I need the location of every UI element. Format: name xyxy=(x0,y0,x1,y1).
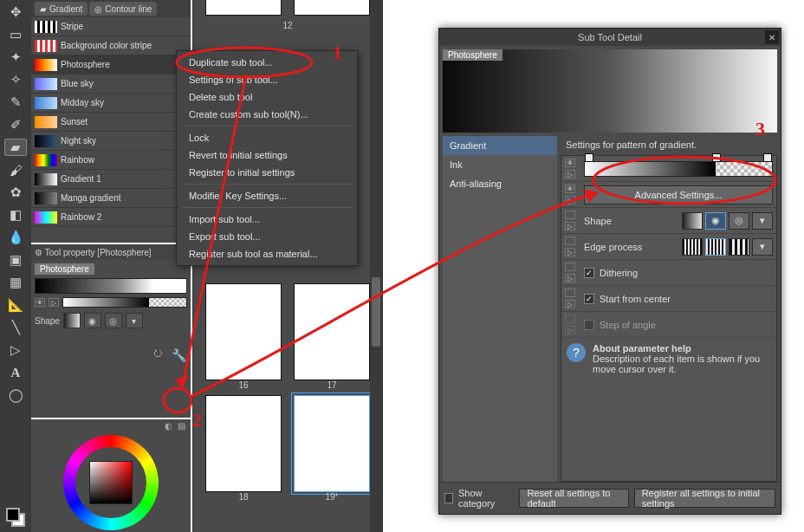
page-thumb[interactable] xyxy=(294,283,370,380)
list-item[interactable]: Photosphere xyxy=(31,55,191,75)
list-item[interactable]: Gradient 1 xyxy=(31,170,191,189)
list-item[interactable]: Stripe xyxy=(31,17,191,36)
frame-tool-icon[interactable]: ▦ xyxy=(4,274,27,291)
tab-contour[interactable]: ◎Contour line xyxy=(89,2,157,16)
expand-toggle-icon[interactable]: ▷ xyxy=(565,170,575,178)
menu-revert[interactable]: Revert to initial settings xyxy=(177,146,357,164)
airbrush-tool-icon[interactable]: ✿ xyxy=(4,184,27,201)
list-item[interactable]: Night sky xyxy=(31,132,191,151)
menu-import-subtool[interactable]: Import sub tool... xyxy=(177,211,357,228)
shape-circle-button[interactable]: ◉ xyxy=(705,212,726,230)
lasso-tool-icon[interactable]: ✦ xyxy=(4,49,27,66)
menu-duplicate-subtool[interactable]: Duplicate sub tool... xyxy=(177,54,357,71)
wheel-mode-icon[interactable]: ◐ xyxy=(165,421,172,431)
list-item[interactable]: Blue sky xyxy=(31,75,191,94)
register-initial-button[interactable]: Register all settings to initial setting… xyxy=(634,489,775,508)
text-tool-icon[interactable]: A xyxy=(4,364,27,381)
shape-circle-icon[interactable]: ◉ xyxy=(84,313,101,328)
category-gradient[interactable]: Gradient xyxy=(443,136,557,155)
category-antialiasing[interactable]: Anti-aliasing xyxy=(443,174,557,193)
page-thumb[interactable] xyxy=(205,0,282,16)
advanced-settings-button[interactable]: Advanced Settings... xyxy=(584,185,773,204)
line-tool-icon[interactable]: ╲ xyxy=(4,319,27,336)
edge-opt1-button[interactable] xyxy=(682,238,703,256)
gradient-node[interactable] xyxy=(763,153,772,162)
gradient-slider[interactable] xyxy=(62,297,187,308)
dithering-checkbox[interactable]: ✓ xyxy=(584,268,594,278)
page-thumb[interactable] xyxy=(294,395,370,492)
list-item[interactable]: Rainbow xyxy=(31,151,191,170)
page-thumb[interactable] xyxy=(205,395,282,492)
pen-tool-icon[interactable]: ✎ xyxy=(4,94,27,111)
balloon-tool-icon[interactable]: ◯ xyxy=(4,386,27,404)
menu-modifier-key[interactable]: Modifier Key Settings... xyxy=(177,187,357,204)
start-center-checkbox[interactable]: ✓ xyxy=(584,294,594,304)
marquee-tool-icon[interactable]: ▭ xyxy=(4,26,27,43)
reset-icon[interactable]: ⭮ xyxy=(153,347,163,363)
list-item[interactable]: Midday sky xyxy=(31,94,191,113)
scrollbar-thumb[interactable] xyxy=(372,277,380,347)
visibility-toggle-icon[interactable] xyxy=(565,263,575,271)
move-tool-icon[interactable]: ✥ xyxy=(4,3,27,21)
wheel-swatch-icon[interactable]: ▤ xyxy=(178,421,185,431)
foreground-swatch[interactable] xyxy=(6,508,20,522)
shape-dropdown-button[interactable]: ▾ xyxy=(752,212,773,230)
shape-dropdown-icon[interactable]: ▾ xyxy=(126,313,143,328)
eyedropper-tool-icon[interactable]: ✐ xyxy=(4,116,27,133)
category-ink[interactable]: Ink xyxy=(443,155,557,174)
menu-lock[interactable]: Lock xyxy=(177,129,357,146)
expand-toggle-icon[interactable]: ▷ xyxy=(49,298,59,307)
gradient-node[interactable] xyxy=(712,153,721,162)
show-category-checkbox[interactable] xyxy=(444,493,453,503)
visibility-toggle-icon[interactable] xyxy=(565,237,575,245)
scrollbar[interactable] xyxy=(370,0,382,532)
ruler-tool-icon[interactable]: 📐 xyxy=(4,296,27,314)
edge-opt2-button[interactable] xyxy=(705,238,726,256)
color-wheel[interactable] xyxy=(63,435,159,530)
expand-toggle-icon[interactable]: ▷ xyxy=(565,300,575,308)
expand-toggle-icon[interactable]: ▷ xyxy=(565,274,575,282)
visibility-toggle-icon[interactable] xyxy=(565,289,575,297)
page-thumb[interactable] xyxy=(205,283,282,380)
brush-tool-icon[interactable]: 🖌 xyxy=(4,161,27,178)
fill-tool-icon[interactable]: ▣ xyxy=(4,251,27,269)
visibility-toggle-icon[interactable]: 👁 xyxy=(35,298,45,307)
menu-export-subtool[interactable]: Export sub tool... xyxy=(177,228,357,245)
menu-register-initial[interactable]: Register to initial settings xyxy=(177,164,357,181)
shape-linear-icon[interactable] xyxy=(63,313,81,328)
blend-tool-icon[interactable]: 💧 xyxy=(4,229,27,246)
edge-opt3-button[interactable] xyxy=(729,238,749,256)
tab-gradient[interactable]: ▰Gradient xyxy=(35,2,88,16)
list-item[interactable]: Sunset xyxy=(31,113,191,132)
eraser-tool-icon[interactable]: ◧ xyxy=(4,206,27,224)
menu-delete-subtool[interactable]: Delete sub tool xyxy=(177,88,357,106)
visibility-toggle-icon[interactable] xyxy=(565,211,575,219)
visibility-toggle-icon[interactable]: 👁 xyxy=(565,159,575,167)
color-swatches[interactable] xyxy=(6,508,25,527)
menu-register-material[interactable]: Register sub tool as material... xyxy=(177,245,357,263)
close-icon[interactable]: ✕ xyxy=(765,30,779,44)
edge-dropdown-button[interactable]: ▾ xyxy=(752,238,773,256)
dialog-titlebar[interactable]: Sub Tool Detail ✕ xyxy=(439,29,781,46)
gradient-node[interactable] xyxy=(585,153,593,162)
wand-tool-icon[interactable]: ✧ xyxy=(4,71,27,88)
shape-ellipse-button[interactable]: ◎ xyxy=(729,212,749,230)
list-item[interactable]: Manga gradient xyxy=(31,189,191,208)
shape-linear-button[interactable] xyxy=(682,212,703,230)
expand-toggle-icon[interactable]: ▷ xyxy=(565,196,575,204)
color-picker-square[interactable] xyxy=(89,461,133,504)
shape-tool-icon[interactable]: ▷ xyxy=(4,341,27,359)
page-thumb[interactable] xyxy=(294,0,370,16)
expand-toggle-icon[interactable]: ▷ xyxy=(565,222,575,230)
open-detail-wrench-icon[interactable]: 🔧 xyxy=(170,347,187,363)
visibility-toggle-icon[interactable]: 👁 xyxy=(565,185,575,193)
menu-settings-subtool[interactable]: Settings of sub tool... xyxy=(177,71,357,88)
gradient-editor-bar[interactable] xyxy=(584,161,773,177)
list-item[interactable]: Background color stripe xyxy=(31,36,191,55)
reset-settings-button[interactable]: Reset all settings to default xyxy=(519,489,628,508)
expand-toggle-icon[interactable]: ▷ xyxy=(565,248,575,256)
menu-custom-subtool[interactable]: Create custom sub tool(N)... xyxy=(177,106,357,123)
shape-ellipse-icon[interactable]: ◎ xyxy=(105,313,122,328)
gradient-tool-icon[interactable]: ▰ xyxy=(4,139,27,156)
list-item[interactable]: Rainbow 2 xyxy=(31,208,191,227)
